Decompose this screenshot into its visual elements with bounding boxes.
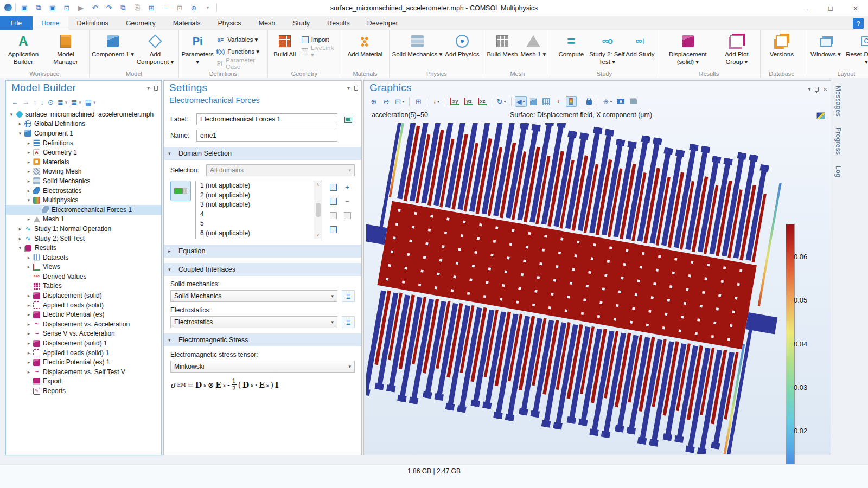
tree-item-geometry[interactable]: ▸AGeometry 1	[6, 147, 161, 157]
tree-item-solid-mechanics[interactable]: ▸Solid Mechanics	[6, 176, 161, 186]
pin-icon[interactable]	[154, 86, 158, 91]
delete-icon[interactable]: −	[160, 2, 171, 13]
domain-list-item[interactable]: 3 (not applicable)	[196, 200, 322, 210]
tree-item-sense-v-vs-acceleration[interactable]: ▸~Sense V vs. Acceleration	[6, 329, 161, 339]
add-material-button[interactable]: Add Material	[343, 31, 387, 69]
pin-icon[interactable]	[815, 87, 819, 92]
reset-desktop-button[interactable]: C Reset Desktop ▾	[846, 31, 868, 69]
collapse-all-button[interactable]: ≣	[58, 98, 63, 106]
tree-item-displacement-vs-acceleration[interactable]: ▸~Displacement vs. Acceleration	[6, 319, 161, 329]
build-mesh-button[interactable]: Build Mesh	[487, 31, 518, 69]
tree-item-export[interactable]: Export	[6, 377, 161, 387]
default-view-button[interactable]: ↓▾	[431, 96, 442, 107]
active-toggle-button[interactable]	[170, 181, 191, 201]
section-coupled-interfaces[interactable]: ▾ Coupled Interfaces	[164, 263, 361, 276]
section-equation[interactable]: ▸ Equation	[164, 245, 361, 258]
transparency-button[interactable]	[528, 96, 539, 107]
tab-messages[interactable]: Messages	[834, 86, 842, 117]
go-to-electrostatics-button[interactable]: ≣	[342, 316, 355, 328]
model-manager-button[interactable]: Model Manager	[44, 31, 87, 69]
domain-list-item[interactable]: 2 (not applicable)	[196, 191, 322, 201]
chevron-down-icon[interactable]: ▾	[65, 100, 68, 105]
tree-item-applied-loads[interactable]: ▸Applied Loads (solid)	[6, 300, 161, 310]
color-legend-button[interactable]	[566, 96, 577, 107]
help-button[interactable]: ?	[853, 18, 864, 29]
scrollbar-thumb[interactable]	[316, 203, 321, 217]
remove-selection-button[interactable]: −	[341, 195, 354, 208]
pin-icon[interactable]	[354, 86, 358, 91]
toolbar-dropdown-icon[interactable]: ▾	[202, 2, 213, 13]
tree-item-materials[interactable]: ▸Materials	[6, 157, 161, 167]
move-down-button[interactable]: ↓	[41, 98, 44, 106]
tab-physics[interactable]: Physics	[209, 16, 250, 30]
electrostatics-select[interactable]: Electrostatics▾	[170, 316, 337, 328]
zoom-in-button[interactable]: ⊕	[368, 96, 379, 107]
add-study-button[interactable]: ∞↓ Add Study	[625, 31, 655, 69]
tree-item-definitions[interactable]: ▸Definitions	[6, 138, 161, 148]
tree-item-results[interactable]: ▾Results	[6, 243, 161, 253]
tab-study[interactable]: Study	[284, 16, 318, 30]
tree-item-component[interactable]: ▾Component 1	[6, 129, 161, 138]
name-field[interactable]	[196, 130, 337, 142]
panel-menu-icon[interactable]: ▾	[808, 86, 810, 92]
accelerometer-plot[interactable]	[366, 123, 784, 454]
copy-icon[interactable]: ⧉	[118, 2, 129, 13]
variables-button[interactable]: a= Variables ▾	[214, 35, 265, 44]
tree-item-root[interactable]: ▾surface_micromachined_accelerometer.mph	[6, 110, 161, 119]
rotate-button[interactable]: ↻▾	[495, 96, 508, 107]
section-domain-selection[interactable]: ▾ Domain Selection	[164, 147, 361, 160]
save-as-icon[interactable]: ⊡	[61, 2, 72, 13]
deselect-button[interactable]	[341, 209, 354, 222]
forward-button[interactable]: →	[22, 98, 29, 106]
panel-menu-icon[interactable]: ▾	[347, 85, 350, 91]
domain-listbox[interactable]: 1 (not applicable) 2 (not applicable) 3 …	[195, 181, 322, 239]
paste-selection-button[interactable]	[327, 209, 340, 222]
search-icon[interactable]: ⊕	[188, 2, 199, 13]
new-file-icon[interactable]: ▣	[19, 2, 30, 13]
tree-item-electrostatics[interactable]: ▸Electrostatics	[6, 186, 161, 196]
tree-item-electric-potential-1[interactable]: ▸Electric Potential (es) 1	[6, 357, 161, 367]
domain-list-item[interactable]: 4	[196, 210, 322, 220]
tab-file[interactable]: File	[0, 16, 33, 30]
add-plot-group-button[interactable]: Add Plot Group ▾	[716, 31, 758, 69]
tab-mesh[interactable]: Mesh	[250, 16, 284, 30]
tree-item-applied-loads-1[interactable]: ▸Applied Loads (solid) 1	[6, 348, 161, 358]
copy-selection-button[interactable]	[327, 195, 340, 208]
back-button[interactable]: ←	[11, 98, 18, 106]
parameters-button[interactable]: Pi Parameters ▾	[181, 31, 214, 69]
solid-mechanics-button[interactable]: Solid Mechanics ▾	[392, 31, 443, 69]
tab-geometry[interactable]: Geometry	[117, 16, 164, 30]
tab-results[interactable]: Results	[318, 16, 359, 30]
tree-item-displacement-solid-1[interactable]: ▸Displacement (solid) 1	[6, 338, 161, 348]
maximize-button[interactable]: □	[818, 0, 843, 16]
domain-list-item[interactable]: 5	[196, 219, 322, 229]
zoom-extents-button[interactable]: ⊞	[413, 96, 424, 107]
add-physics-button[interactable]: Add Physics	[443, 31, 482, 69]
zoom-out-button[interactable]: ⊖	[381, 96, 392, 107]
redo-icon[interactable]: ↷	[104, 2, 114, 13]
axis-orientation-button[interactable]: +	[553, 96, 564, 107]
model-tree-node-text-button[interactable]: ▤	[85, 98, 92, 106]
update-plot-button[interactable]: ✳▾	[602, 96, 614, 107]
zoom-box-button[interactable]: ⊡▾	[393, 96, 406, 107]
tree-item-displacement-vs-self-test[interactable]: ▸~Displacement vs. Self Test V	[6, 367, 161, 377]
tree-item-datasets[interactable]: ▸Datasets	[6, 253, 161, 262]
add-selection-button[interactable]: +	[341, 181, 354, 194]
tab-materials[interactable]: Materials	[164, 16, 209, 30]
create-selection-button[interactable]	[327, 181, 340, 194]
image-snapshot-button[interactable]	[615, 96, 626, 107]
move-up-button[interactable]: ↑	[33, 98, 37, 106]
chevron-down-icon[interactable]: ▾	[93, 100, 96, 105]
panel-menu-icon[interactable]: ▾	[147, 85, 150, 91]
tree-item-views[interactable]: ▸Views	[6, 262, 161, 272]
view-yz-button[interactable]: yz	[463, 96, 475, 107]
zoom-to-selection-button[interactable]	[327, 223, 340, 236]
label-field[interactable]	[196, 113, 337, 125]
undo-icon[interactable]: ↶	[90, 2, 100, 13]
close-panel-icon[interactable]: ×	[823, 85, 827, 93]
tab-home[interactable]: Home	[33, 16, 68, 30]
tab-developer[interactable]: Developer	[359, 16, 407, 30]
domain-list-item[interactable]: 1 (not applicable)	[196, 181, 322, 191]
build-all-button[interactable]: Build All	[270, 31, 299, 69]
print-button[interactable]	[628, 96, 639, 107]
